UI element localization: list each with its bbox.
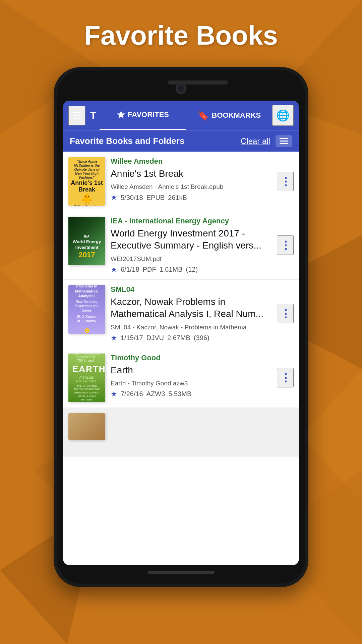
navbar: ☰ T ★ FAVORITES 🔖 BOOKMARKS 🌐 (63, 101, 299, 130)
menu-line-1 (280, 138, 288, 139)
book-filename-1: Willee Amsden - Annie's 1st Break.epub (111, 183, 277, 191)
book-title-4: Earth (111, 364, 277, 376)
favorites-toolbar: Favorite Books and Folders Clear all (63, 130, 299, 152)
math-cover-art: Problems in Mathematical Analysis I Real… (68, 285, 105, 334)
book-meta-4: ★ 7/26/16 AZW3 5.53MB (111, 390, 277, 398)
clear-all-button[interactable]: Clear all (241, 137, 270, 146)
book-size-2: 1.61MB (160, 266, 183, 273)
book-pages-3: (396) (194, 334, 209, 342)
favorites-star-icon: ★ (117, 109, 125, 120)
favorite-star-icon-2: ★ (111, 265, 117, 274)
book-title-1: Annie's 1st Break (111, 168, 277, 180)
book-format-2: PDF (143, 266, 156, 273)
tab-bookmarks[interactable]: 🔖 BOOKMARKS (186, 101, 272, 130)
book-title-3: Kaczor, Nowak Problems in Mathematical A… (111, 296, 277, 320)
table-row[interactable] (63, 408, 299, 457)
book-author-3: SML04 (111, 285, 277, 294)
table-row[interactable]: IEA World Energy Investment 2017 IEA - I… (63, 211, 299, 280)
book-cover-3: Problems in Mathematical Analysis I Real… (68, 285, 105, 334)
more-options-button-2[interactable]: ⋮ (277, 235, 294, 255)
book-format-3: DJVU (146, 334, 164, 342)
book-title-2: World Energy Investment 2017 - Executive… (111, 227, 277, 252)
book-cover-5 (68, 413, 105, 440)
book-date-3: 1/15/17 (121, 334, 143, 342)
bookmarks-icon: 🔖 (197, 110, 209, 121)
book-format-4: AZW3 (146, 390, 165, 398)
book-author-4: Timothy Good (111, 354, 277, 362)
book-list: "Since Annie McQuillen is the Quixote Ja… (63, 152, 299, 565)
screen: ☰ T ★ FAVORITES 🔖 BOOKMARKS 🌐 Favorite B… (63, 101, 299, 565)
book-size-4: 5.53MB (168, 390, 191, 398)
book-filename-3: SML04 - Kaczor, Nowak - Problems in Math… (111, 324, 277, 331)
book-cover-4: truly they do not want... a research of … (68, 354, 105, 402)
book-author-1: Willee Amsden (111, 157, 277, 166)
book-date-1: 5/30/18 (121, 194, 143, 202)
book-pages-2: (12) (186, 266, 198, 273)
bookmarks-tab-label: BOOKMARKS (212, 111, 261, 120)
more-options-button-1[interactable]: ⋮ (277, 172, 294, 191)
favorite-star-icon-1: ★ (111, 193, 117, 202)
favorite-star-icon-4: ★ (111, 390, 117, 398)
nav-t-label: T (87, 106, 100, 124)
table-row[interactable]: "Since Annie McQuillen is the Quixote Ja… (63, 152, 299, 211)
menu-button[interactable]: ☰ (68, 106, 85, 125)
more-options-button-3[interactable]: ⋮ (277, 304, 294, 323)
book-info-2: IEA - International Energy Agency World … (111, 217, 277, 274)
book-size-3: 2.67MB (167, 334, 190, 342)
earth-cover-art: truly they do not want... a research of … (68, 354, 105, 402)
book-meta-1: ★ 5/30/18 EPUB 261kB (111, 193, 277, 202)
book-filename-4: Earth - Timothy Good.azw3 (111, 380, 277, 387)
camera (176, 83, 186, 94)
menu-line-3 (280, 143, 288, 144)
book-meta-3: ★ 1/15/17 DJVU 2.67MB (396) (111, 334, 277, 342)
book-filename-2: WEI2017SUM.pdf (111, 255, 277, 263)
book-info-3: SML04 Kaczor, Nowak Problems in Mathemat… (111, 285, 277, 342)
home-indicator (147, 571, 215, 574)
sort-menu-button[interactable] (276, 135, 292, 147)
menu-line-2 (280, 141, 288, 142)
speaker (168, 80, 228, 85)
book-format-1: EPUB (146, 194, 165, 202)
book-info-1: Willee Amsden Annie's 1st Break Willee A… (111, 157, 277, 202)
page-title: Favorite Books (0, 20, 362, 51)
more-options-button-4[interactable]: ⋮ (277, 368, 294, 387)
table-row[interactable]: Problems in Mathematical Analysis I Real… (63, 280, 299, 348)
book-author-2: IEA - International Energy Agency (111, 217, 277, 225)
toolbar-title: Favorite Books and Folders (70, 136, 184, 146)
book-info-4: Timothy Good Earth Earth - Timothy Good.… (111, 354, 277, 398)
book-size-1: 261kB (168, 194, 187, 202)
book-date-4: 7/26/16 (121, 390, 143, 398)
phone-inner: ☰ T ★ FAVORITES 🔖 BOOKMARKS 🌐 Favorite B… (57, 70, 305, 584)
favorites-tab-label: FAVORITES (128, 110, 169, 119)
table-row[interactable]: truly they do not want... a research of … (63, 348, 299, 408)
phone-frame: ☰ T ★ FAVORITES 🔖 BOOKMARKS 🌐 Favorite B… (54, 67, 308, 587)
book-cover-1: "Since Annie McQuillen is the Quixote Ja… (68, 157, 105, 206)
book-cover-2: IEA World Energy Investment 2017 (68, 217, 105, 265)
annies-cover-art: "Since Annie McQuillen is the Quixote Ja… (68, 157, 105, 206)
book-meta-2: ★ 6/1/18 PDF 1.61MB (12) (111, 265, 277, 274)
book-date-2: 6/1/18 (121, 266, 139, 273)
tab-favorites[interactable]: ★ FAVORITES (100, 101, 186, 130)
toolbar-actions: Clear all (241, 135, 292, 147)
energy-cover-art: IEA World Energy Investment 2017 (68, 217, 105, 265)
globe-button[interactable]: 🌐 (272, 105, 294, 126)
favorite-star-icon-3: ★ (111, 334, 117, 342)
